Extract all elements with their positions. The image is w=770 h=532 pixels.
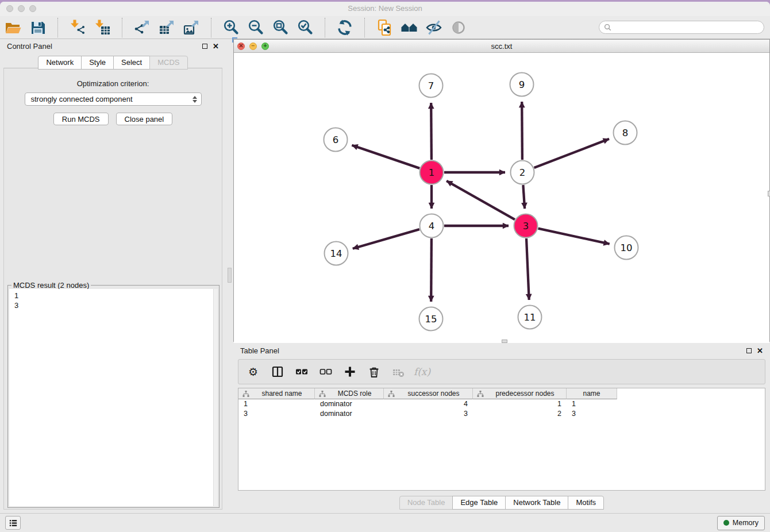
cell-mcds-role[interactable]: dominator <box>315 409 384 419</box>
column-header-shared-name[interactable]: shared name <box>238 388 315 399</box>
cell-predecessor-nodes[interactable]: 2 <box>473 409 567 419</box>
refresh-button[interactable] <box>336 19 353 36</box>
tab-style[interactable]: Style <box>81 56 114 70</box>
graph-edge-2-9[interactable] <box>522 102 522 160</box>
graph-node-6[interactable]: 6 <box>324 128 348 152</box>
delete-column-icon <box>368 365 380 378</box>
column-header-predecessor-nodes[interactable]: predecessor nodes <box>473 388 567 399</box>
svg-text:7: 7 <box>428 80 434 91</box>
cell-name[interactable]: 3 <box>567 409 617 419</box>
run-mcds-button[interactable]: Run MCDS <box>53 113 109 125</box>
column-header-successor-nodes[interactable]: successor nodes <box>384 388 473 399</box>
delete-column-button[interactable] <box>367 365 380 379</box>
settings-icon: ⚙ <box>248 367 258 377</box>
hide-graphics-details-button[interactable] <box>425 19 442 36</box>
mcds-result-text[interactable]: 13 <box>9 289 218 506</box>
graph-node-3[interactable]: 3 <box>514 214 538 238</box>
save-button[interactable] <box>29 19 47 36</box>
panel-splitter[interactable] <box>226 39 233 513</box>
zoom-fit-icon <box>272 19 289 36</box>
close-panel-icon[interactable]: ✕ <box>213 43 219 50</box>
graph-edge-2-3[interactable] <box>523 185 525 209</box>
export-table-button[interactable] <box>158 19 175 36</box>
cell-shared-name[interactable]: 1 <box>238 399 315 409</box>
tab-network[interactable]: Network <box>38 56 82 70</box>
float-table-panel-icon[interactable] <box>746 348 752 353</box>
import-network-button[interactable] <box>69 19 86 36</box>
graph-edge-4-15[interactable] <box>431 238 432 302</box>
cell-mcds-role[interactable]: dominator <box>315 399 384 409</box>
export-network-button[interactable] <box>133 19 151 36</box>
cell-successor-nodes[interactable]: 3 <box>384 409 473 419</box>
zoom-fit-button[interactable] <box>272 19 289 36</box>
zoom-in-button[interactable] <box>222 19 240 36</box>
graph-edge-3-1[interactable] <box>446 181 515 219</box>
tab-edge-table[interactable]: Edge Table <box>452 496 506 510</box>
close-panel-button[interactable]: Close panel <box>116 113 173 125</box>
import-table-button[interactable] <box>94 19 111 36</box>
graph-edge-3-10[interactable] <box>538 229 610 244</box>
settings-button[interactable]: ⚙ <box>247 365 260 379</box>
graph-node-4[interactable]: 4 <box>420 214 444 238</box>
graph-edge-1-6[interactable] <box>352 145 419 168</box>
frame-resize-handle-bottom[interactable] <box>502 340 507 343</box>
graph-node-1[interactable]: 1 <box>420 161 444 184</box>
graph-node-15[interactable]: 15 <box>419 307 443 331</box>
close-table-panel-icon[interactable]: ✕ <box>757 347 763 354</box>
cell-shared-name[interactable]: 3 <box>238 409 315 419</box>
task-history-button[interactable] <box>5 516 21 530</box>
table-row[interactable]: 3dominator323 <box>238 409 765 419</box>
home-button[interactable] <box>401 19 418 36</box>
tab-motifs[interactable]: Motifs <box>568 496 604 510</box>
optimization-criterion-select[interactable]: strongly connected component <box>25 92 202 106</box>
node-table-header: shared nameMCDS rolesuccessor nodesprede… <box>238 388 765 399</box>
zoom-out-button[interactable] <box>247 19 264 36</box>
graph-node-2[interactable]: 2 <box>511 161 534 184</box>
tab-node-table[interactable]: Node Table <box>399 496 453 510</box>
svg-text:8: 8 <box>622 128 629 138</box>
float-panel-icon[interactable] <box>202 44 207 49</box>
column-header-mcds-role[interactable]: MCDS role <box>315 388 384 399</box>
add-column-button[interactable] <box>343 365 356 379</box>
unselect-all-columns-icon <box>319 365 332 378</box>
column-header-name[interactable]: name <box>567 388 617 399</box>
frame-resize-handle-right[interactable] <box>768 191 770 196</box>
graph-edge-4-14[interactable] <box>353 229 419 249</box>
clone-network-button[interactable] <box>376 19 393 36</box>
export-image-button[interactable] <box>183 19 200 36</box>
tab-select[interactable]: Select <box>113 56 150 70</box>
unselect-all-columns-button[interactable] <box>319 365 332 379</box>
graph-node-14[interactable]: 14 <box>325 242 348 265</box>
mcds-result-group: MCDS result (2 nodes) 13 <box>7 285 220 508</box>
zoom-selected-button[interactable] <box>297 19 314 36</box>
graph-node-9[interactable]: 9 <box>510 73 534 97</box>
result-scrollbar[interactable] <box>213 289 218 506</box>
main-toolbar <box>0 16 770 39</box>
export-table-icon <box>158 19 175 36</box>
open-folder-button[interactable] <box>5 19 22 36</box>
network-canvas[interactable]: 7968124314101511 <box>234 53 769 343</box>
graph-node-10[interactable]: 10 <box>615 236 638 260</box>
graph-edge-1-7[interactable] <box>431 103 432 160</box>
tab-network-table[interactable]: Network Table <box>505 496 568 510</box>
graph-node-7[interactable]: 7 <box>419 74 443 98</box>
cell-name[interactable]: 1 <box>567 399 617 409</box>
search-box[interactable] <box>599 21 764 34</box>
cell-successor-nodes[interactable]: 4 <box>384 399 473 409</box>
select-all-columns-button[interactable] <box>295 365 308 379</box>
graph-node-8[interactable]: 8 <box>614 121 637 145</box>
graph-node-11[interactable]: 11 <box>518 306 542 329</box>
toolbar-separator <box>211 18 211 37</box>
splitter-grip[interactable] <box>228 268 232 283</box>
tab-mcds[interactable]: MCDS <box>149 56 187 70</box>
search-input[interactable] <box>614 24 759 32</box>
graph-edge-3-11[interactable] <box>526 238 529 300</box>
split-table-button[interactable] <box>271 365 284 379</box>
birdseye-view-icon <box>450 19 467 36</box>
window-titlebar: Session: New Session <box>0 2 770 16</box>
memory-button[interactable]: Memory <box>717 516 765 530</box>
graph-edge-2-8[interactable] <box>534 139 610 168</box>
cell-predecessor-nodes[interactable]: 1 <box>473 399 567 409</box>
split-table-icon <box>271 365 284 378</box>
table-row[interactable]: 1dominator411 <box>238 399 765 409</box>
